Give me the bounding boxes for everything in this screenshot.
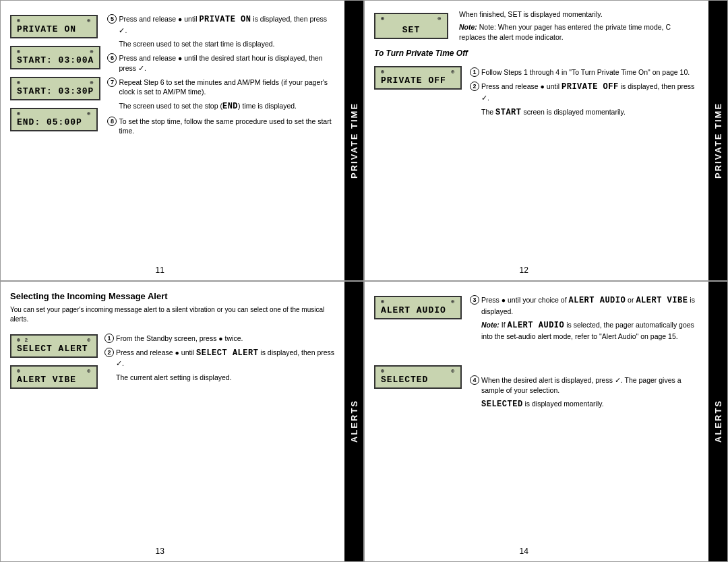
set-icon-left: ⊛: [381, 15, 385, 22]
alerts-step-2-text: Press and release ● until SELECT ALERT i…: [116, 348, 335, 369]
step-8: 8 To set the stop time, follow the same …: [107, 117, 335, 136]
page-number-11: 11: [156, 266, 164, 275]
lcd-selected-text: SELECTED: [381, 375, 455, 385]
screen-alert-audio: ⊛ ⊕ ALERT AUDIO: [374, 293, 462, 322]
p14-step-num-3: 3: [470, 295, 479, 305]
selected-icon-right: ⊕: [451, 368, 455, 374]
lcd-vibe-icons: ⊛ ⊕: [17, 368, 91, 374]
q4-layout: ⊛ ⊕ ALERT AUDIO ⊛ ⊕: [374, 291, 699, 414]
lcd-off-text: PRIVATE OFF: [381, 75, 455, 86]
off-step-note-text: The START screen is displayed momentaril…: [481, 107, 626, 119]
lcd-text-4: END: 05:00P: [17, 117, 91, 127]
lcd-alert-vibe: ⊛ ⊕ ALERT VIBE: [10, 365, 98, 389]
off-icon-right: ⊕: [451, 69, 455, 75]
q1-instructions: 5 Press and release ● until PRIVATE ON i…: [107, 10, 335, 140]
off-step-num-2: 2: [470, 82, 479, 91]
off-icon-left: ⊛: [381, 69, 385, 75]
page-number-14: 14: [520, 547, 528, 556]
step-7-text: Repeat Step 6 to set the minutes and AM/…: [119, 77, 335, 97]
lcd-off-icons: ⊛ ⊕: [381, 69, 455, 75]
q2-private-off-section: To Turn Private Time Off ⊛ ⊕ PRIVATE OFF: [374, 49, 699, 122]
step-note-2-text: The screen used to set the stop (END) ti…: [119, 101, 297, 113]
step-note-1-text: The screen used to set the start time is…: [119, 39, 274, 49]
q1-screens-column: ⊛ ⊕ PRIVATE ON ⊛ ⊕: [10, 10, 100, 140]
page-12: ⊛ ⊕ SET When finished, SET is displayed …: [364, 0, 728, 281]
lcd-select-text: SELECT ALERT: [17, 344, 91, 354]
p14-step-3: 3 Press ● until your choice of ALERT AUD…: [470, 295, 699, 316]
step-note-1: The screen used to set the start time is…: [119, 39, 335, 49]
lcd-text-3: START: 03:30P: [17, 86, 94, 96]
step-num-5: 5: [107, 14, 117, 24]
off-step-note: The START screen is displayed momentaril…: [481, 107, 699, 119]
lcd-display-1: ⊛ ⊕ PRIVATE ON: [10, 15, 98, 38]
lcd-select-alert: ⊛ 2 ⊕ SELECT ALERT: [10, 334, 98, 358]
alerts-subtitle: You can set your pager's incoming messag…: [10, 305, 335, 324]
icon-left-3: ⊛: [17, 80, 21, 86]
alerts-step-note: The current alert setting is displayed.: [116, 373, 335, 383]
lcd-audio-icons: ⊛ ⊕: [381, 299, 455, 305]
q4-screens: ⊛ ⊕ ALERT AUDIO ⊛ ⊕: [374, 291, 462, 414]
page-14: ⊛ ⊕ ALERT AUDIO ⊛ ⊕: [364, 281, 728, 562]
lcd-audio-text: ALERT AUDIO: [381, 305, 455, 315]
inline-lcd-1: PRIVATE ON: [199, 15, 251, 24]
page-number-13: 13: [156, 547, 164, 556]
step-5: 5 Press and release ● until PRIVATE ON i…: [107, 14, 335, 35]
inline-lcd-private-off: PRIVATE OFF: [562, 82, 619, 92]
lcd-selected-icons: ⊛ ⊕: [381, 368, 455, 374]
q2-bottom-layout: ⊛ ⊕ PRIVATE OFF 1 Follow Steps 1 through…: [374, 63, 699, 122]
icon-left-4: ⊛: [17, 111, 21, 117]
lcd-icons-3: ⊛ ⊕: [17, 80, 94, 86]
side-label-14: ALERTS: [708, 282, 727, 561]
screen-select-alert: ⊛ 2 ⊕ SELECT ALERT: [10, 332, 98, 361]
lcd-display-3: ⊛ ⊕ START: 03:30P: [10, 77, 100, 100]
inline-lcd-vibe2: ALERT VIBE: [636, 296, 688, 305]
q3-screens: ⊛ 2 ⊕ SELECT ALERT ⊛ ⊕: [10, 330, 98, 394]
page-11: ⊛ ⊕ PRIVATE ON ⊛ ⊕: [0, 0, 364, 281]
off-step-2: 2 Press and release ● until PRIVATE OFF …: [470, 82, 699, 102]
p14-step-4-text: When the desired alert is displayed, pre…: [481, 375, 699, 395]
step-num-6: 6: [107, 53, 117, 63]
private-off-title: To Turn Private Time Off: [374, 49, 699, 58]
note-label: Note:: [459, 23, 477, 31]
inline-lcd-audio2: ALERT AUDIO: [508, 321, 565, 330]
step-8-text: To set the stop time, follow the same pr…: [119, 117, 335, 136]
note-finished: When finished, SET is displayed momentar…: [459, 10, 699, 18]
screen-selected: ⊛ ⊕ SELECTED: [374, 363, 462, 392]
icon-left-2: ⊛: [17, 49, 21, 55]
side-label-13: ALERTS: [344, 282, 363, 561]
icon-right-1: ⊕: [87, 18, 91, 24]
off-step-1-text: Follow Steps 1 through 4 in "To Turn Pri…: [481, 67, 690, 77]
inline-lcd-start: START: [495, 108, 522, 117]
set-icon-right: ⊕: [437, 15, 442, 22]
q3-instructions: 1 From the Standby screen, press ● twice…: [104, 330, 335, 394]
inline-lcd-selected: SELECTED: [481, 400, 523, 409]
screen-start-1: ⊛ ⊕ START: 03:00A: [10, 43, 100, 72]
screen-end: ⊛ ⊕ END: 05:00P: [10, 105, 100, 134]
lcd-set: ⊛ ⊕ SET: [374, 13, 448, 39]
q2-off-steps: 1 Follow Steps 1 through 4 in "To Turn P…: [470, 63, 699, 122]
vibe-icon-right: ⊕: [87, 368, 91, 374]
q2-off-screen-wrapper: ⊛ ⊕ PRIVATE OFF: [374, 63, 462, 122]
lcd-private-off: ⊛ ⊕ PRIVATE OFF: [374, 66, 462, 90]
side-label-12: PRIVATE TIME: [708, 1, 727, 280]
p14-step-4-note-text: SELECTED is displayed momentarily.: [481, 399, 604, 410]
page-11-content: ⊛ ⊕ PRIVATE ON ⊛ ⊕: [1, 1, 344, 280]
off-step-2-text: Press and release ● until PRIVATE OFF is…: [481, 82, 699, 102]
alerts-step-2: 2 Press and release ● until SELECT ALERT…: [104, 348, 335, 369]
alerts-step-1-text: From the Standby screen, press ● twice.: [116, 334, 243, 344]
alerts-step-num-2: 2: [104, 348, 114, 357]
step-num-8: 8: [107, 117, 117, 126]
screen-alert-vibe: ⊛ ⊕ ALERT VIBE: [10, 363, 98, 392]
lcd-selected: ⊛ ⊕ SELECTED: [374, 365, 462, 389]
audio-icon-left: ⊛: [381, 299, 385, 305]
page-number-12: 12: [520, 266, 528, 275]
page-13: Selecting the Incoming Message Alert You…: [0, 281, 364, 562]
inline-lcd-end: END: [222, 102, 238, 111]
lcd-icons-2: ⊛ ⊕: [17, 49, 94, 55]
step-note-2: The screen used to set the stop (END) ti…: [119, 101, 335, 113]
p14-step-4: 4 When the desired alert is displayed, p…: [470, 375, 699, 395]
lcd-display-4: ⊛ ⊕ END: 05:00P: [10, 108, 98, 131]
icon-right-2: ⊕: [90, 49, 94, 55]
lcd-set-icons: ⊛ ⊕: [381, 15, 442, 22]
alerts-step-1: 1 From the Standby screen, press ● twice…: [104, 334, 335, 344]
